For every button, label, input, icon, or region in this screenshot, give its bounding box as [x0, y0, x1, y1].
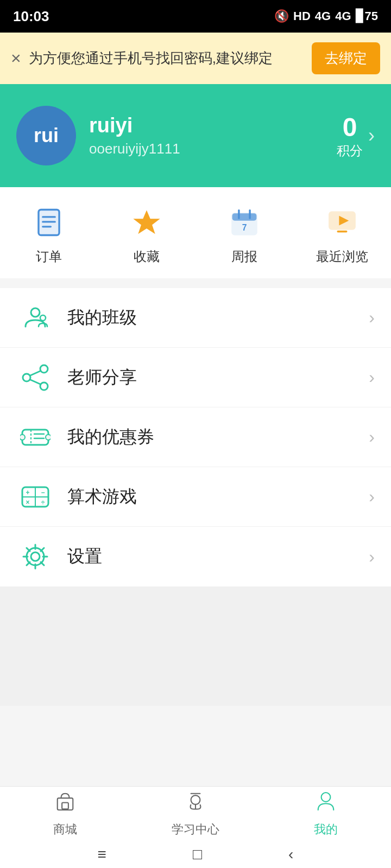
points-label: 积分: [337, 142, 363, 159]
svg-point-24: [46, 435, 51, 440]
game-chevron-icon: ›: [369, 487, 375, 507]
svg-rect-21: [22, 430, 48, 445]
class-text: 我的班级: [67, 306, 369, 330]
profile-user-id: ooeruiyijy1111: [89, 141, 324, 157]
settings-text: 设置: [67, 545, 369, 569]
content-spacer: [0, 586, 391, 706]
calendar-icon: 7: [225, 203, 263, 241]
bottom-nav-shop[interactable]: 商城: [0, 787, 130, 841]
svg-text:7: 7: [242, 223, 247, 232]
quick-action-orders[interactable]: 订单: [0, 203, 98, 265]
bottom-nav-learn[interactable]: 学习中心: [130, 787, 261, 841]
recent-label: 最近浏览: [316, 248, 368, 265]
quick-actions: 订单 收藏 7 周报: [0, 187, 391, 278]
points-chevron-icon: ›: [368, 124, 375, 147]
svg-point-38: [191, 795, 200, 805]
menu-item-class[interactable]: 我的班级 ›: [0, 288, 391, 348]
menu-section: 我的班级 › 老师分享 › 我的优: [0, 288, 391, 586]
svg-rect-36: [58, 798, 73, 810]
avatar[interactable]: rui: [16, 106, 76, 165]
notification-close-button[interactable]: ×: [11, 48, 21, 68]
quick-action-weekly[interactable]: 7 周报: [195, 203, 293, 265]
svg-text:+: +: [26, 489, 29, 496]
coupon-icon: [16, 418, 54, 456]
class-icon: [16, 299, 54, 337]
notification-banner: × 为方便您通过手机号找回密码,建议绑定 去绑定: [0, 33, 391, 84]
mine-label: 我的: [314, 821, 338, 838]
notification-action-button[interactable]: 去绑定: [312, 42, 380, 74]
shop-icon: [54, 790, 77, 818]
menu-item-coupon[interactable]: 我的优惠券 ›: [0, 407, 391, 467]
learn-icon: [184, 790, 207, 818]
coupon-chevron-icon: ›: [369, 427, 375, 447]
profile-header: rui ruiyi ooeruiyijy1111 0 积分 ›: [0, 84, 391, 187]
profile-points[interactable]: 0 积分 ›: [337, 112, 375, 159]
menu-item-teacher[interactable]: 老师分享 ›: [0, 348, 391, 407]
tv-icon: [323, 203, 361, 241]
svg-point-16: [40, 365, 48, 373]
mine-icon: [314, 790, 337, 818]
menu-button[interactable]: ≡: [98, 846, 106, 863]
svg-point-18: [40, 382, 48, 390]
quick-action-favorites[interactable]: 收藏: [98, 203, 195, 265]
bottom-spacer: [0, 706, 391, 787]
svg-line-20: [30, 380, 40, 384]
svg-point-35: [27, 548, 44, 565]
favorites-label: 收藏: [134, 248, 160, 265]
menu-item-settings[interactable]: 设置 ›: [0, 527, 391, 586]
coupon-text: 我的优惠券: [67, 425, 369, 449]
game-text: 算术游戏: [67, 485, 369, 509]
profile-info: ruiyi ooeruiyijy1111: [89, 114, 324, 157]
quick-action-recent[interactable]: 最近浏览: [293, 203, 391, 265]
teacher-chevron-icon: ›: [369, 367, 375, 387]
back-button[interactable]: ‹: [288, 846, 293, 863]
notification-text: 为方便您通过手机号找回密码,建议绑定: [29, 48, 304, 68]
svg-point-34: [31, 552, 40, 561]
svg-point-17: [23, 374, 30, 381]
class-chevron-icon: ›: [369, 308, 375, 328]
svg-point-14: [31, 308, 40, 317]
svg-rect-7: [232, 213, 257, 220]
status-icons: 🔇 HD 4G 4G ▊75: [274, 9, 378, 23]
profile-name: ruiyi: [89, 114, 324, 137]
svg-text:−: −: [41, 489, 45, 496]
svg-text:÷: ÷: [41, 499, 45, 506]
status-bar: 10:03 🔇 HD 4G 4G ▊75: [0, 0, 391, 33]
svg-point-15: [40, 315, 46, 321]
order-icon: [30, 203, 68, 241]
learn-label: 学习中心: [172, 821, 219, 838]
shop-label: 商城: [53, 821, 77, 838]
menu-item-game[interactable]: + − × ÷ 算术游戏 ›: [0, 467, 391, 527]
svg-marker-5: [133, 210, 160, 234]
bottom-nav: 商城 学习中心 我的 ≡: [0, 786, 391, 868]
game-icon: + − × ÷: [16, 478, 54, 516]
order-label: 订单: [36, 248, 62, 265]
weekly-label: 周报: [231, 248, 257, 265]
star-icon: [128, 203, 166, 241]
home-button[interactable]: □: [193, 846, 202, 863]
status-time: 10:03: [13, 8, 49, 25]
svg-line-19: [30, 371, 40, 375]
points-value: 0: [343, 112, 357, 142]
svg-rect-37: [62, 803, 68, 809]
svg-text:×: ×: [26, 499, 29, 506]
share-icon: [16, 359, 54, 397]
settings-icon: [16, 538, 54, 576]
teacher-text: 老师分享: [67, 366, 369, 390]
svg-point-41: [321, 793, 331, 802]
system-bar: ≡ □ ‹: [0, 841, 391, 868]
svg-point-23: [20, 435, 25, 440]
bottom-nav-mine[interactable]: 我的: [261, 787, 391, 841]
settings-chevron-icon: ›: [369, 547, 375, 567]
